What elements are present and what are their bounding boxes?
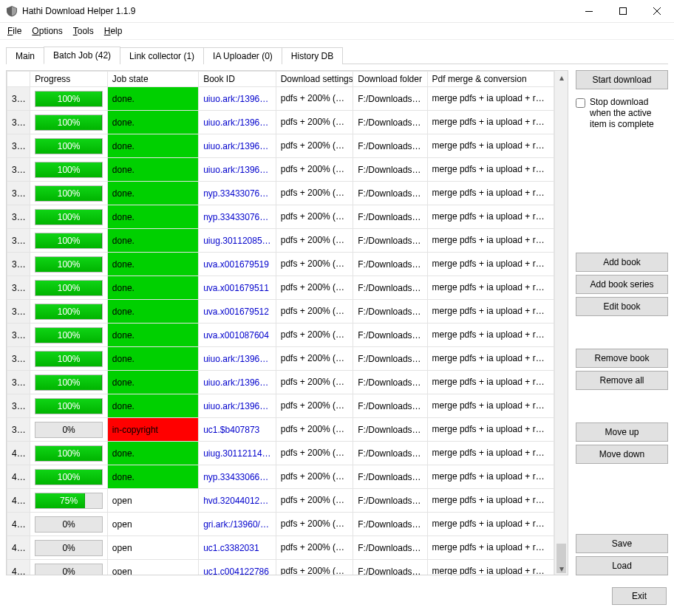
- table-row[interactable]: 390100%done.nyp.3343307601...pdfs + 200%…: [7, 205, 554, 229]
- maximize-button[interactable]: [606, 0, 640, 22]
- row-number[interactable]: 400: [7, 442, 30, 465]
- table-row[interactable]: 392100%done.uva.x001679519pdfs + 200% (1…: [7, 253, 554, 276]
- remove-all-button[interactable]: Remove all: [576, 371, 668, 390]
- book-id[interactable]: uiuo.ark:/13960/t...: [199, 347, 276, 371]
- row-number[interactable]: 392: [7, 253, 30, 276]
- table-row[interactable]: 386100%done.uiuo.ark:/13960/t...pdfs + 2…: [7, 111, 554, 134]
- save-button[interactable]: Save: [576, 534, 668, 553]
- vertical-scrollbar[interactable]: ▴ ▾: [554, 71, 568, 575]
- row-number[interactable]: 398: [7, 394, 30, 418]
- row-number[interactable]: 397: [7, 371, 30, 394]
- book-id[interactable]: nyp.3343306657...: [199, 465, 276, 489]
- row-number[interactable]: 394: [7, 300, 30, 324]
- row-number[interactable]: 389: [7, 182, 30, 205]
- add-book-button[interactable]: Add book: [576, 253, 668, 272]
- remove-book-button[interactable]: Remove book: [576, 349, 668, 368]
- menu-tools[interactable]: Tools: [69, 24, 98, 38]
- tab-history-db[interactable]: History DB: [282, 47, 343, 64]
- col-rownum[interactable]: [7, 72, 30, 87]
- table-row[interactable]: 391100%done.uiug.301120852...pdfs + 200%…: [7, 229, 554, 253]
- scroll-up-icon[interactable]: ▴: [555, 71, 568, 83]
- table-row[interactable]: 393100%done.uva.x001679511pdfs + 200% (1…: [7, 276, 554, 300]
- row-number[interactable]: 401: [7, 465, 30, 489]
- stop-when-complete-option[interactable]: Stop download when the active item is co…: [576, 97, 668, 130]
- book-id[interactable]: uiug.301120852...: [199, 229, 276, 253]
- book-id[interactable]: uc1.c004122786: [199, 560, 276, 575]
- row-number[interactable]: 388: [7, 158, 30, 182]
- add-book-series-button[interactable]: Add book series: [576, 275, 668, 294]
- tab-batch-job-42-[interactable]: Batch Job (42): [44, 47, 120, 64]
- move-down-button[interactable]: Move down: [576, 445, 668, 464]
- book-id[interactable]: uva.x001679511: [199, 276, 276, 300]
- table-row[interactable]: 398100%done.uiuo.ark:/13960/t...pdfs + 2…: [7, 394, 554, 418]
- book-id[interactable]: uiuo.ark:/13960/t...: [199, 394, 276, 418]
- book-id[interactable]: uva.x001087604: [199, 324, 276, 347]
- book-id[interactable]: uva.x001679512: [199, 300, 276, 324]
- table-row[interactable]: 3990%in-copyrightuc1.$b407873pdfs + 200%…: [7, 418, 554, 442]
- progress-cell: 0%: [30, 560, 108, 575]
- load-button[interactable]: Load: [576, 556, 668, 575]
- row-number[interactable]: 395: [7, 324, 30, 347]
- book-id[interactable]: uiuo.ark:/13960/t...: [199, 134, 276, 158]
- row-number[interactable]: 393: [7, 276, 30, 300]
- tab-link-collector-1-[interactable]: Link collector (1): [120, 47, 204, 64]
- table-row[interactable]: 401100%done.nyp.3343306657...pdfs + 200%…: [7, 465, 554, 489]
- row-number[interactable]: 399: [7, 418, 30, 442]
- book-id[interactable]: uiuo.ark:/13960/t...: [199, 371, 276, 394]
- table-row[interactable]: 385100%done.uiuo.ark:/13960/t...pdfs + 2…: [7, 87, 554, 111]
- table-row[interactable]: 400100%done.uiug.3011211488...pdfs + 200…: [7, 442, 554, 465]
- table-row[interactable]: 4040%openuc1.c3382031pdfs + 200% (192dpi…: [7, 536, 554, 560]
- book-id[interactable]: uc1.c3382031: [199, 536, 276, 560]
- close-button[interactable]: [640, 0, 674, 22]
- col-bookid[interactable]: Book ID: [199, 72, 276, 87]
- stop-when-complete-checkbox[interactable]: [576, 98, 585, 108]
- minimize-button[interactable]: [572, 0, 606, 22]
- col-merge[interactable]: Pdf merge & conversion: [427, 72, 554, 87]
- table-row[interactable]: 388100%done.uiuo.ark:/13960/t...pdfs + 2…: [7, 158, 554, 182]
- row-number[interactable]: 390: [7, 205, 30, 229]
- table-row[interactable]: 396100%done.uiuo.ark:/13960/t...pdfs + 2…: [7, 347, 554, 371]
- book-id[interactable]: nyp.3343307601...: [199, 182, 276, 205]
- tab-main[interactable]: Main: [6, 47, 44, 64]
- scroll-down-icon[interactable]: ▾: [555, 562, 568, 575]
- book-id[interactable]: hvd.3204401263...: [199, 489, 276, 513]
- col-folder[interactable]: Download folder: [353, 72, 427, 87]
- move-up-button[interactable]: Move up: [576, 422, 668, 442]
- book-id[interactable]: uiuo.ark:/13960/t...: [199, 87, 276, 111]
- col-state[interactable]: Job state: [107, 72, 198, 87]
- table-row[interactable]: 40275%openhvd.3204401263...pdfs + 200% (…: [7, 489, 554, 513]
- table-row[interactable]: 4050%openuc1.c004122786pdfs + 200% (192d…: [7, 560, 554, 575]
- table-row[interactable]: 397100%done.uiuo.ark:/13960/t...pdfs + 2…: [7, 371, 554, 394]
- row-number[interactable]: 403: [7, 513, 30, 536]
- book-id[interactable]: uva.x001679519: [199, 253, 276, 276]
- start-download-button[interactable]: Start download: [576, 70, 668, 89]
- menu-file[interactable]: File: [3, 24, 26, 38]
- book-id[interactable]: nyp.3343307601...: [199, 205, 276, 229]
- table-row[interactable]: 387100%done.uiuo.ark:/13960/t...pdfs + 2…: [7, 134, 554, 158]
- job-state: done.: [107, 253, 198, 276]
- book-id[interactable]: uiug.3011211488...: [199, 442, 276, 465]
- table-row[interactable]: 389100%done.nyp.3343307601...pdfs + 200%…: [7, 182, 554, 205]
- book-id[interactable]: gri.ark:/13960/t0...: [199, 513, 276, 536]
- exit-button[interactable]: Exit: [612, 587, 667, 605]
- col-settings[interactable]: Download settings: [276, 72, 353, 87]
- edit-book-button[interactable]: Edit book: [576, 297, 668, 316]
- book-id[interactable]: uc1.$b407873: [199, 418, 276, 442]
- table-row[interactable]: 395100%done.uva.x001087604pdfs + 200% (1…: [7, 324, 554, 347]
- row-number[interactable]: 396: [7, 347, 30, 371]
- row-number[interactable]: 386: [7, 111, 30, 134]
- row-number[interactable]: 385: [7, 87, 30, 111]
- table-row[interactable]: 394100%done.uva.x001679512pdfs + 200% (1…: [7, 300, 554, 324]
- menu-options[interactable]: Options: [27, 24, 67, 38]
- row-number[interactable]: 405: [7, 560, 30, 575]
- book-id[interactable]: uiuo.ark:/13960/t...: [199, 158, 276, 182]
- menu-help[interactable]: Help: [100, 24, 127, 38]
- book-id[interactable]: uiuo.ark:/13960/t...: [199, 111, 276, 134]
- row-number[interactable]: 402: [7, 489, 30, 513]
- col-progress[interactable]: Progress: [30, 72, 108, 87]
- tab-ia-uploader-0-[interactable]: IA Uploader (0): [203, 47, 282, 64]
- row-number[interactable]: 404: [7, 536, 30, 560]
- table-row[interactable]: 4030%opengri.ark:/13960/t0...pdfs + 200%…: [7, 513, 554, 536]
- row-number[interactable]: 391: [7, 229, 30, 253]
- row-number[interactable]: 387: [7, 134, 30, 158]
